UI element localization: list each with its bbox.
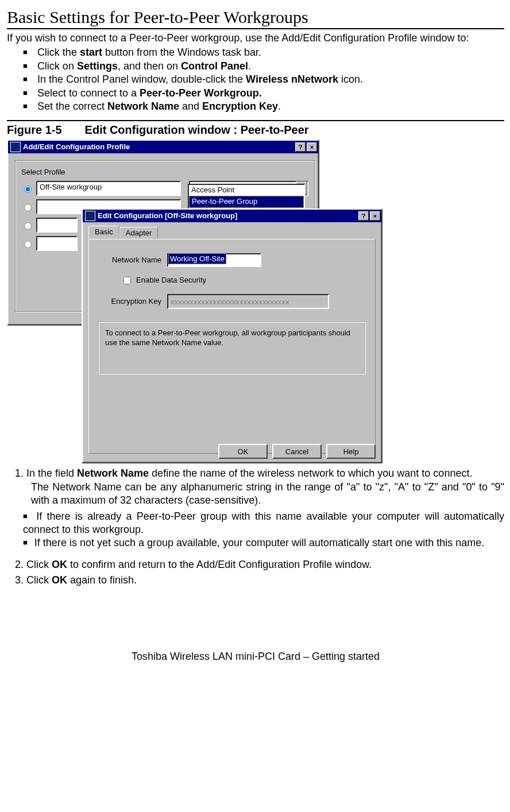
dropdown-option-access-point[interactable]: Access Point <box>189 185 304 196</box>
enable-data-security-checkbox[interactable] <box>123 277 131 284</box>
profile-name-4[interactable] <box>36 236 78 251</box>
bullet-item: If there is not yet such a group availab… <box>23 536 504 550</box>
bullet-item: In the Control Panel window, double-clic… <box>23 73 504 86</box>
bullet-item: Set the correct Network Name and Encrypt… <box>23 100 504 113</box>
step-subtext: The Network Name can be any alphanumeric… <box>31 481 504 508</box>
tab-basic[interactable]: Basic <box>88 226 119 239</box>
figure-image: Add/Edit Configuration Profile ? × Selec… <box>7 140 386 461</box>
help-titlebar-button[interactable]: ? <box>358 211 369 221</box>
top-bullet-list: Click the start button from the Windows … <box>23 46 504 113</box>
bullet-item: Click on Settings, and then on Control P… <box>23 60 504 73</box>
tab-pane-basic: Network Name Working Off-Site Enable Dat… <box>88 239 376 454</box>
profile-radio-2[interactable] <box>24 204 32 211</box>
mid-bullet-list: If there is already a Peer-to-Peer group… <box>23 510 504 550</box>
close-titlebar-button[interactable]: × <box>307 142 317 152</box>
profile-name-1[interactable]: Off-Site workgroup <box>36 181 181 196</box>
step-item: Click OK again to finish. <box>26 574 504 587</box>
page-title: Basic Settings for Peer-to-Peer Workgrou… <box>7 6 504 29</box>
edit-configuration-dialog: Edit Configuration [Off-Site workgroup] … <box>82 208 382 463</box>
help-button[interactable]: Help <box>326 444 376 459</box>
dialog-titlebar[interactable]: Add/Edit Configuration Profile ? × <box>8 141 318 153</box>
numbered-steps: In the field Network Name define the nam… <box>7 467 504 507</box>
network-name-field[interactable]: Working Off-Site <box>167 253 261 267</box>
app-icon <box>85 211 95 221</box>
encryption-key-field[interactable] <box>167 294 329 309</box>
network-name-label: Network Name <box>98 256 161 265</box>
info-box: To connect to a Peer-to-Peer workgroup, … <box>98 322 366 374</box>
profile-name-3[interactable] <box>36 218 78 233</box>
tab-adapter[interactable]: Adapter <box>119 227 159 240</box>
enable-data-security-label: Enable Data Security <box>136 276 206 285</box>
app-icon <box>10 142 21 152</box>
dialog-title: Add/Edit Configuration Profile <box>23 142 130 152</box>
profile-radio-1[interactable] <box>24 185 32 193</box>
group-label: Select Profile <box>21 168 65 176</box>
help-titlebar-button[interactable]: ? <box>295 142 306 152</box>
step-item: Click OK to confirm and return to the Ad… <box>26 558 504 571</box>
profile-type-dropdown-list[interactable]: Access Point Peer-to-Peer Group <box>188 184 305 209</box>
bullet-item: Select to connect to a Peer-to-Peer Work… <box>23 87 504 100</box>
numbered-steps-cont: Click OK to confirm and return to the Ad… <box>7 558 504 587</box>
step-item: In the field Network Name define the nam… <box>26 467 504 507</box>
intro-text: If you wish to connect to a Peer-to-Peer… <box>7 32 504 45</box>
page-footer: Toshiba Wireless LAN mini-PCI Card – Get… <box>7 650 504 663</box>
dialog-titlebar[interactable]: Edit Configuration [Off-Site workgroup] … <box>83 210 381 222</box>
encryption-key-label: Encryption Key <box>98 297 161 307</box>
dropdown-option-peer-to-peer[interactable]: Peer-to-Peer Group <box>189 196 304 208</box>
profile-radio-3[interactable] <box>24 222 32 230</box>
ok-button[interactable]: OK <box>218 444 268 459</box>
close-titlebar-button[interactable]: × <box>370 211 380 221</box>
bullet-item: Click the start button from the Windows … <box>23 46 504 59</box>
profile-radio-4[interactable] <box>24 241 32 248</box>
figure-rule <box>7 120 504 121</box>
cancel-button[interactable]: Cancel <box>272 444 322 459</box>
figure-caption: Figure 1-5Edit Configuration window : Pe… <box>7 122 504 137</box>
bullet-item: If there is already a Peer-to-Peer group… <box>23 510 504 537</box>
dialog-title: Edit Configuration [Off-Site workgroup] <box>98 211 237 221</box>
